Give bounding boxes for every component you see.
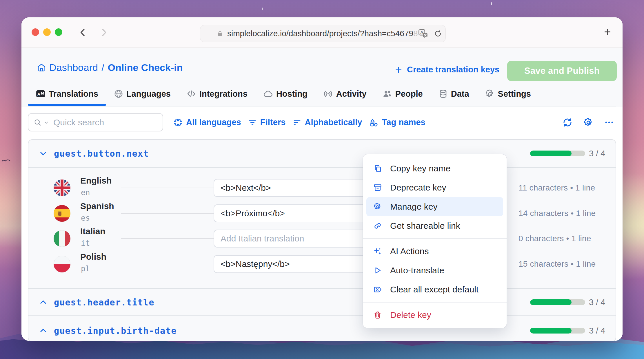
sort-alphabetically-button[interactable]: Alphabetically <box>293 118 362 127</box>
key-progress-label: 3 / 4 <box>589 326 605 336</box>
key-row-guest-input-birth-date[interactable]: guest.input.birth-date 3 / 4 <box>28 316 616 341</box>
expand-chevron-icon[interactable] <box>39 327 47 335</box>
translate-page-icon[interactable]: A <box>418 28 428 39</box>
close-window-button[interactable] <box>32 28 39 36</box>
menu-item-auto-translate[interactable]: Auto-translate <box>366 261 503 280</box>
search-placeholder: Quick search <box>53 118 104 127</box>
language-code: it <box>81 239 90 248</box>
trash-icon <box>373 311 382 319</box>
collapse-chevron-icon[interactable] <box>39 149 47 157</box>
reload-icon[interactable] <box>434 29 442 38</box>
svg-text:A: A <box>420 30 423 35</box>
quick-search-input[interactable]: Quick search <box>28 113 163 131</box>
language-code: pl <box>81 264 90 273</box>
browser-window: simplelocalize.io/dashboard/projects/?ha… <box>21 17 623 341</box>
menu-divider <box>363 302 507 303</box>
lock-icon <box>217 30 223 37</box>
breadcrumb-dashboard-link[interactable]: Dashboard <box>49 62 98 73</box>
tab-languages[interactable]: Languages <box>106 89 179 107</box>
tab-integrations[interactable]: Integrations <box>179 89 255 107</box>
key-progress-bar <box>530 151 585 156</box>
key-name[interactable]: guest.input.birth-date <box>54 326 177 336</box>
tab-activity[interactable]: Activity <box>315 89 374 107</box>
new-tab-button[interactable] <box>603 27 612 37</box>
people-icon <box>382 89 392 99</box>
link-icon <box>373 221 382 230</box>
star <box>491 2 492 5</box>
menu-item-get-shareable-link[interactable]: Get shareable link <box>366 216 503 235</box>
sort-icon <box>293 118 301 127</box>
zoom-window-button[interactable] <box>55 28 62 36</box>
plus-icon <box>394 65 403 74</box>
menu-item-manage-key[interactable]: Manage key <box>366 197 503 216</box>
menu-item-copy-key-name[interactable]: Copy key name <box>366 159 503 178</box>
tab-settings[interactable]: Settings <box>477 89 539 107</box>
menu-item-deprecate-key[interactable]: Deprecate key <box>366 178 503 197</box>
search-chevron-icon <box>44 120 49 125</box>
activity-icon <box>323 89 333 99</box>
key-progress-label: 3 / 4 <box>589 149 605 158</box>
language-name: Polish <box>80 252 106 262</box>
translation-row-polish: Polish pl 15 characters • 1 line <box>28 251 616 277</box>
breadcrumb-current-project: Online Check-in <box>108 62 183 73</box>
tag-names-toggle[interactable]: Tag names <box>369 118 425 127</box>
url-text: simplelocalize.io/dashboard/projects/?ha… <box>227 29 418 38</box>
filter-links: All languages Filters Alphabetically Tag… <box>173 113 425 131</box>
flag-poland <box>54 256 70 272</box>
key-name[interactable]: guest.header.title <box>54 297 154 307</box>
star <box>289 15 289 17</box>
play-icon <box>373 266 382 275</box>
menu-item-ai-actions[interactable]: AI Actions <box>366 242 503 261</box>
menu-divider <box>363 238 507 239</box>
forward-button[interactable] <box>98 27 109 38</box>
refresh-icon[interactable] <box>562 117 573 128</box>
language-name: Italian <box>80 226 105 236</box>
save-and-publish-button[interactable]: Save and Publish <box>507 61 617 81</box>
tab-hosting[interactable]: Hosting <box>255 89 315 107</box>
flag-italy <box>54 230 70 247</box>
database-icon <box>439 89 448 98</box>
cloud-icon <box>263 89 273 99</box>
menu-item-delete-key[interactable]: Delete key <box>366 305 503 325</box>
tab-people[interactable]: People <box>374 89 431 107</box>
bird-silhouette <box>2 159 10 163</box>
more-options-icon[interactable] <box>604 117 614 128</box>
flag-spain <box>54 205 70 222</box>
all-languages-filter[interactable]: All languages <box>173 118 241 127</box>
url-bar[interactable]: simplelocalize.io/dashboard/projects/?ha… <box>200 25 446 42</box>
key-row-guest-header-title[interactable]: guest.header.title 3 / 4 <box>28 289 616 316</box>
translation-row-italian: Italian it 0 characters • 1 line <box>28 226 616 251</box>
globe-icon <box>114 89 123 98</box>
svg-text:A: A <box>37 92 40 96</box>
search-icon <box>34 118 42 127</box>
back-button[interactable] <box>77 27 88 38</box>
breadcrumb-separator: / <box>98 62 108 73</box>
expand-chevron-icon[interactable] <box>39 298 47 306</box>
menu-item-clear-all-except-default[interactable]: Clear all except default <box>366 280 503 299</box>
language-name: English <box>80 176 112 186</box>
home-icon[interactable] <box>37 63 46 72</box>
sparkles-icon <box>373 247 382 256</box>
key-row-guest-button-next[interactable]: guest.button.next 3 / 4 <box>28 140 616 167</box>
key-context-menu: Copy key name Deprecate key Manage key G… <box>363 154 507 328</box>
code-icon <box>186 89 196 99</box>
tab-data[interactable]: Data <box>431 89 477 107</box>
table-settings-icon[interactable] <box>583 117 594 128</box>
clear-icon <box>373 285 382 294</box>
gear-icon <box>485 89 495 99</box>
page-header: Dashboard / Online Check-in Create trans… <box>21 48 623 107</box>
active-tab-underline <box>28 104 106 106</box>
flag-united-kingdom <box>54 179 70 196</box>
create-translation-keys-button[interactable]: Create translation keys <box>394 65 499 74</box>
key-name[interactable]: guest.button.next <box>54 149 149 159</box>
archive-icon <box>373 183 382 192</box>
filters-button[interactable]: Filters <box>248 118 286 127</box>
minimize-window-button[interactable] <box>43 28 51 36</box>
translation-meta: 14 characters • 1 line <box>519 209 596 218</box>
language-name: Spanish <box>80 201 114 211</box>
translation-row-spanish: Spanish es 14 characters • 1 line <box>28 201 616 226</box>
shapes-icon <box>369 118 379 127</box>
translation-keys-table: guest.button.next 3 / 4 English en 11 ch… <box>28 139 616 341</box>
tab-translations[interactable]: A Translations <box>28 89 106 107</box>
star <box>262 8 263 10</box>
